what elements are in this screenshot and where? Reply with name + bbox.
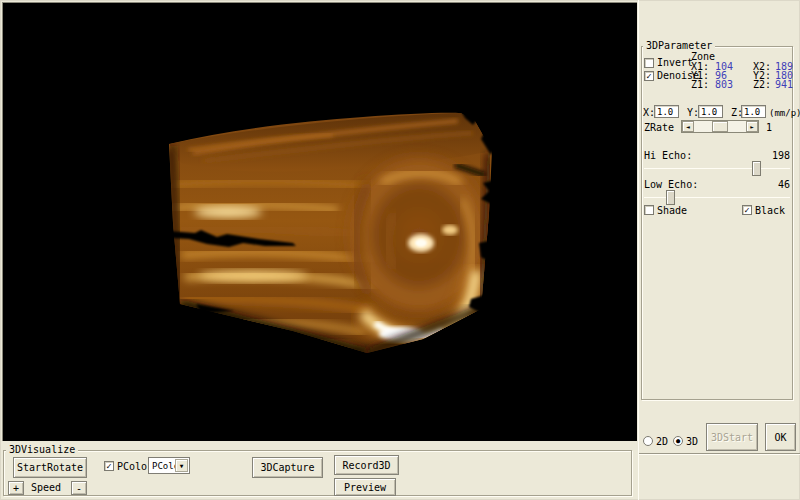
- start-rotate-button[interactable]: StartRotate: [13, 457, 87, 478]
- pcolor-dropdown[interactable]: PColor ▼: [148, 457, 190, 474]
- panel-divider: [639, 453, 800, 455]
- hi-echo-slider-track[interactable]: [644, 168, 790, 169]
- radio-dot-icon: ●: [676, 437, 680, 445]
- visualize-panel: 3DVisualize StartRotate + Speed - ✓ PCol…: [0, 442, 638, 500]
- record3d-button[interactable]: Record3D: [334, 455, 399, 475]
- speed-minus-button[interactable]: -: [71, 481, 87, 495]
- zrate-label: ZRate: [644, 123, 674, 133]
- invert-checkbox[interactable]: [644, 58, 654, 68]
- app-window: { "colors": { "window_bg": "#ece9d8", "v…: [0, 0, 800, 500]
- speed-plus-button[interactable]: +: [8, 481, 24, 495]
- mode-3d-radio[interactable]: ●: [673, 436, 683, 446]
- scale-unit-label: (mm/p): [769, 108, 800, 118]
- mode-3d-label: 3D: [686, 437, 698, 447]
- check-icon: ✓: [646, 71, 651, 81]
- scale-x-input[interactable]: [654, 105, 679, 118]
- low-echo-value: 46: [778, 180, 790, 190]
- shade-checkbox[interactable]: [644, 205, 654, 215]
- black-checkbox[interactable]: ✓: [742, 205, 752, 215]
- pcolor-checkbox[interactable]: ✓: [104, 461, 114, 471]
- check-icon: ✓: [106, 461, 111, 471]
- parameter-groupbox: [641, 46, 793, 400]
- mode-2d-label: 2D: [656, 437, 668, 447]
- scale-y-input[interactable]: [698, 105, 723, 118]
- 3dcapture-button[interactable]: 3DCapture: [252, 457, 323, 478]
- shade-label: Shade: [657, 206, 687, 216]
- zrate-scrollbar[interactable]: ◄ ►: [681, 120, 759, 133]
- visualize-groupbox-title: 3DVisualize: [6, 445, 78, 455]
- parameter-groupbox-title: 3DParameter: [643, 41, 715, 51]
- chevron-down-icon: ▼: [180, 462, 184, 469]
- scroll-right-icon: ►: [750, 123, 754, 130]
- zrate-scroll-right-button[interactable]: ►: [746, 121, 758, 132]
- low-echo-slider-thumb[interactable]: [666, 190, 675, 205]
- zrate-value: 1: [766, 123, 772, 133]
- black-label: Black: [755, 206, 785, 216]
- ok-button[interactable]: OK: [765, 423, 796, 451]
- speed-label: Speed: [31, 483, 61, 493]
- low-echo-label: Low Echo:: [644, 180, 698, 190]
- hi-echo-label: Hi Echo:: [644, 151, 692, 161]
- dropdown-arrow-button[interactable]: ▼: [175, 459, 188, 472]
- zrate-scroll-thumb[interactable]: [712, 121, 728, 132]
- hi-echo-slider-thumb[interactable]: [752, 161, 761, 176]
- mode-2d-radio[interactable]: [643, 436, 653, 446]
- scroll-left-icon: ◄: [686, 123, 690, 130]
- 3dstart-button[interactable]: 3DStart: [706, 423, 758, 451]
- denoise-checkbox[interactable]: ✓: [644, 71, 654, 81]
- scale-z-input[interactable]: [741, 105, 766, 118]
- parameter-panel: 3DParameter Invert ✓ Denoise Zone X1: 10…: [638, 0, 800, 500]
- zone-z1-label: Z1:: [691, 80, 709, 90]
- invert-label: Invert: [657, 58, 693, 68]
- preview-button[interactable]: Preview: [334, 478, 396, 496]
- check-icon: ✓: [744, 205, 749, 215]
- zone-z2-label: Z2:: [753, 80, 771, 90]
- zone-z1-value: 803: [715, 80, 733, 90]
- zrate-scroll-left-button[interactable]: ◄: [682, 121, 694, 132]
- hi-echo-value: 198: [772, 151, 790, 161]
- 3d-volume-render: [3, 3, 638, 442]
- zone-z2-value: 941: [775, 80, 793, 90]
- render-viewport[interactable]: [2, 2, 637, 441]
